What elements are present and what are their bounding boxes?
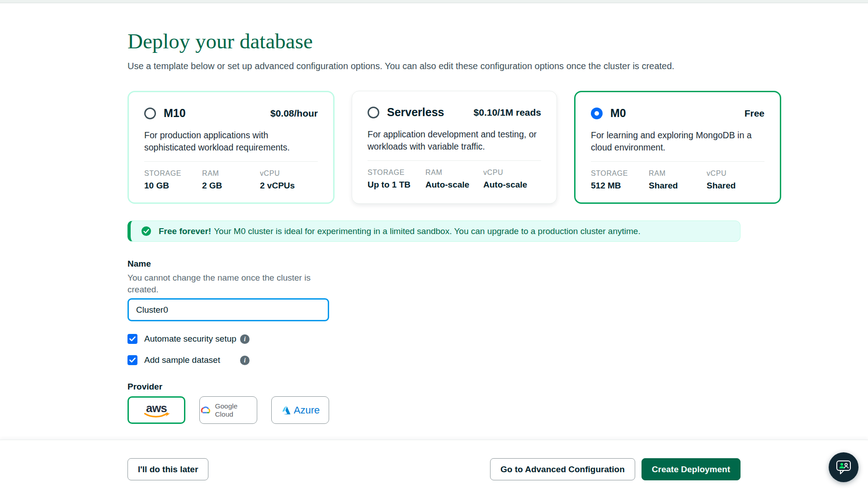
spec-value-storage: Up to 1 TB xyxy=(368,180,425,190)
tier-price: Free xyxy=(745,108,764,119)
azure-logo xyxy=(281,406,291,415)
automate-security-checkbox[interactable] xyxy=(127,334,137,344)
spec-header-vcpu: vCPU xyxy=(260,169,318,178)
page-subtitle: Use a template below or set up advanced … xyxy=(127,60,741,72)
provider-option-azure[interactable]: Azure xyxy=(271,396,329,424)
tier-card-m10[interactable]: M10 $0.08/hour For production applicatio… xyxy=(127,91,335,204)
top-edge-strip xyxy=(0,0,868,3)
aws-logo-text: aws xyxy=(146,402,167,414)
provider-label: Provider xyxy=(127,382,741,392)
create-deployment-button[interactable]: Create Deployment xyxy=(642,458,741,480)
google-cloud-logo-text: Google Cloud xyxy=(215,402,257,418)
aws-logo: aws xyxy=(142,401,171,420)
page-title: Deploy your database xyxy=(127,28,741,54)
spec-header-ram: RAM xyxy=(649,169,707,178)
tier-price: $0.08/hour xyxy=(270,108,318,119)
tier-cards-row: M10 $0.08/hour For production applicatio… xyxy=(127,91,741,204)
info-icon[interactable]: i xyxy=(240,356,250,365)
support-chat-button[interactable] xyxy=(829,452,859,482)
provider-row: aws Google Cloud xyxy=(127,396,741,424)
tier-description: For learning and exploring MongoDB in a … xyxy=(591,129,764,162)
advanced-configuration-button[interactable]: Go to Advanced Configuration xyxy=(490,458,635,480)
tier-card-serverless[interactable]: Serverless $0.10/1M reads For applicatio… xyxy=(352,91,557,204)
footer-bar: I'll do this later Go to Advanced Config… xyxy=(0,440,868,493)
cluster-name-input[interactable] xyxy=(127,298,329,321)
do-this-later-button[interactable]: I'll do this later xyxy=(127,458,208,480)
tier-price: $0.10/1M reads xyxy=(474,107,541,118)
banner-bold-text: Free forever! xyxy=(159,226,211,236)
spec-header-storage: STORAGE xyxy=(144,169,202,178)
spec-value-ram: Shared xyxy=(649,181,707,191)
free-forever-banner: Free forever!Your M0 cluster is ideal fo… xyxy=(127,221,741,242)
azure-logo-text: Azure xyxy=(294,404,320,416)
spec-value-vcpu: 2 vCPUs xyxy=(260,181,318,191)
automate-security-label: Automate security setup xyxy=(144,334,240,344)
checkmark-icon xyxy=(129,336,136,342)
provider-option-aws[interactable]: aws xyxy=(127,396,185,424)
google-cloud-logo xyxy=(200,405,212,415)
chat-people-icon xyxy=(836,460,851,475)
spec-value-storage: 10 GB xyxy=(144,181,202,191)
provider-option-google-cloud[interactable]: Google Cloud xyxy=(199,396,257,424)
spec-value-ram: Auto-scale xyxy=(425,180,483,190)
radio-m10[interactable] xyxy=(144,108,156,119)
tier-name: M10 xyxy=(164,107,186,120)
spec-value-vcpu: Shared xyxy=(707,181,764,191)
banner-text: Free forever!Your M0 cluster is ideal fo… xyxy=(159,226,641,236)
checkmark-icon xyxy=(129,357,136,363)
spec-value-ram: 2 GB xyxy=(202,181,260,191)
info-icon[interactable]: i xyxy=(240,334,250,344)
spec-header-ram: RAM xyxy=(202,169,260,178)
spec-header-vcpu: vCPU xyxy=(707,169,764,178)
spec-header-storage: STORAGE xyxy=(368,169,425,177)
sample-dataset-row: Add sample dataset i xyxy=(127,355,741,366)
radio-serverless[interactable] xyxy=(368,107,379,118)
automate-security-row: Automate security setup i xyxy=(127,333,741,344)
name-helper-text: You cannot change the name once the clus… xyxy=(127,272,311,296)
spec-header-ram: RAM xyxy=(425,169,483,177)
tier-name: Serverless xyxy=(387,106,444,119)
tier-name: M0 xyxy=(610,107,626,120)
tier-description: For production applications with sophist… xyxy=(144,129,318,162)
spec-header-vcpu: vCPU xyxy=(483,169,541,177)
spec-value-storage: 512 MB xyxy=(591,181,649,191)
banner-body-text: Your M0 cluster is ideal for experimenti… xyxy=(214,226,641,236)
check-circle-icon xyxy=(142,226,151,236)
deploy-database-page: Deploy your database Use a template belo… xyxy=(0,0,868,493)
sample-dataset-label: Add sample dataset xyxy=(144,355,240,365)
spec-header-storage: STORAGE xyxy=(591,169,649,178)
radio-m0-selected[interactable] xyxy=(591,108,603,119)
tier-description: For application development and testing,… xyxy=(368,128,541,161)
spec-value-vcpu: Auto-scale xyxy=(483,180,541,190)
sample-dataset-checkbox[interactable] xyxy=(127,355,137,365)
name-label: Name xyxy=(127,259,741,269)
tier-card-m0[interactable]: M0 Free For learning and exploring Mongo… xyxy=(574,91,781,204)
